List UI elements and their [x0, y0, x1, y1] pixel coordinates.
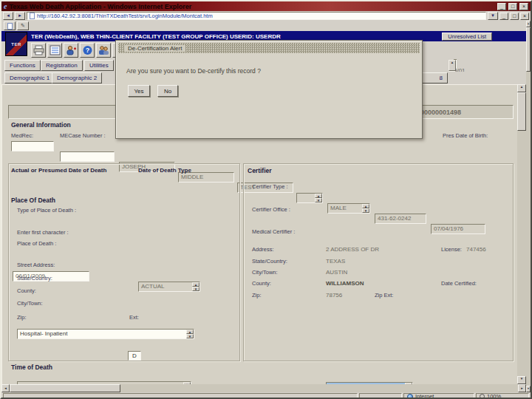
death-type-field[interactable]: ACTUAL ▲▼ — [138, 282, 200, 292]
place-zip-label: Zip: — [17, 314, 27, 321]
status-zone-pane: Internet — [403, 393, 474, 399]
tab-utilities[interactable]: Utilities — [84, 60, 114, 71]
address-dropdown-icon[interactable]: ▼ — [488, 12, 498, 20]
place-type-field[interactable]: Hospital- Inpatient ▲▼ — [17, 329, 194, 339]
outer-scroll-up-icon[interactable]: ▲ — [526, 21, 531, 27]
death-type-value: ACTUAL — [141, 283, 197, 290]
vertical-scrollbar[interactable]: ▲ ▼ — [517, 84, 526, 384]
scroll-thumb[interactable] — [517, 92, 526, 131]
certifier-county-label: County: — [252, 280, 271, 287]
spinner-down-icon[interactable]: ▼ — [186, 334, 194, 338]
certifier-city-label: City/Town: — [252, 269, 278, 276]
horizontal-scrollbar[interactable]: ◄ ► — [1, 384, 526, 392]
certifier-zip-label: Zip: — [252, 292, 262, 299]
certifier-license-label: License: — [441, 246, 462, 253]
certifier-county-value: WILLIAMSON — [326, 280, 364, 287]
place-name-label: Place of Death : — [17, 240, 56, 247]
mecase-field[interactable] — [60, 151, 115, 162]
address-input[interactable]: http://160.42.92.3:8081/ThinTXDeathTest/… — [27, 12, 486, 20]
death-date-heading: Actual or Presumed Date of Death — [11, 167, 106, 174]
back-icon[interactable]: ◄ — [3, 12, 13, 20]
status-bar: Internet 100% — [1, 392, 531, 399]
place-state-label: State/Country: — [17, 275, 52, 282]
dialog-message: Are you sure you want to De-certify this… — [126, 67, 261, 75]
place-of-death-heading: Place Of Death — [11, 197, 55, 204]
certifier-license-value: 747456 — [466, 246, 486, 253]
tab-demographic-2[interactable]: Demographic 2 — [52, 72, 102, 83]
records-icon[interactable] — [47, 43, 62, 58]
death-type-spinner[interactable]: ▲▼ — [192, 282, 200, 291]
date-certified-label: Date Certified: — [441, 280, 477, 287]
no-button[interactable]: No — [157, 85, 178, 97]
certifier-office-label: Certifier Office : — [252, 206, 290, 213]
page-icon — [30, 13, 35, 19]
maximize-button[interactable]: □ — [508, 3, 517, 10]
document-icon[interactable] — [4, 21, 16, 30]
app-logo: TER — [5, 32, 27, 56]
hscroll-thumb[interactable] — [10, 384, 120, 392]
zip-ext-label: Zip Ext: — [375, 292, 393, 299]
close-button[interactable]: × — [519, 3, 528, 10]
tab-registration[interactable]: Registration — [41, 60, 83, 71]
general-info-heading: General Information — [11, 121, 71, 129]
unresolved-list-button[interactable]: Unresolved List — [442, 33, 492, 41]
child-minimize-button[interactable]: _ — [499, 13, 508, 20]
scroll-left-icon[interactable]: ◄ — [1, 384, 10, 392]
certifier-zip-value: 78756 — [326, 292, 342, 299]
record-number: 000000001498 — [417, 109, 461, 116]
medrec-field[interactable] — [11, 141, 54, 151]
status-zone-text: Internet — [415, 393, 434, 399]
scroll-down-icon[interactable]: ▼ — [517, 376, 526, 384]
forward-icon[interactable]: ► — [15, 12, 25, 20]
spinner-down-icon[interactable]: ▼ — [192, 287, 200, 291]
print-icon[interactable] — [31, 43, 46, 58]
medrec-label: MedRec: — [11, 132, 33, 139]
svg-text:?: ? — [85, 47, 89, 54]
scroll-up-icon[interactable]: ▲ — [517, 84, 526, 92]
window-title: Texas Web Death Application - Windows In… — [9, 3, 495, 10]
yes-button[interactable]: Yes — [128, 85, 150, 97]
street-label: Street Address: — [17, 262, 55, 268]
magnifier-icon — [480, 394, 485, 399]
group-icon[interactable] — [96, 43, 111, 58]
child-restore-button[interactable]: □ — [510, 13, 519, 20]
app-header-text: TER (WebDeath), WEB THIN-CLIENT FACILITY… — [31, 33, 442, 40]
address-bar-row: ◄ ► http://160.42.92.3:8081/ThinTXDeathT… — [1, 11, 531, 21]
certifier-state-label: State/Country: — [252, 258, 287, 265]
outer-vertical-scrollbar[interactable]: ▲ ▼ — [526, 21, 531, 392]
browser-strip: ✎ — [1, 21, 531, 31]
title-bar[interactable]: e Texas Web Death Application - Windows … — [1, 1, 531, 11]
certifier-heading: Certifier — [248, 167, 272, 174]
ie-logo-icon: e — [4, 3, 7, 10]
spinner-up-icon[interactable]: ▲ — [454, 60, 456, 71]
place-city-label: City/Town: — [17, 300, 43, 307]
minimize-button[interactable]: _ — [497, 3, 506, 10]
certifier-city-value: AUSTIN — [326, 269, 347, 276]
help-icon[interactable]: ? — [80, 43, 95, 58]
browser-window: e Texas Web Death Application - Windows … — [0, 0, 532, 399]
dialog-title-bar[interactable]: De-Certification Alert — [118, 43, 420, 53]
outer-scroll-thumb[interactable] — [526, 27, 531, 72]
place-type-value: Hospital- Inpatient — [20, 330, 191, 337]
decertification-dialog: De-Certification Alert Are you sure you … — [115, 40, 423, 139]
death-type-heading: Date of Death Type — [138, 167, 191, 174]
mecase-label: MECase Number : — [60, 132, 106, 139]
dob-label: Pres Date of Birth: — [443, 132, 488, 139]
place-type-label: Type of Place of Death : — [17, 207, 76, 214]
certifier-type-label: Certifier Type : — [252, 183, 288, 190]
outer-scroll-down-icon[interactable]: ▼ — [526, 386, 531, 392]
tab-demographic-1[interactable]: Demographic 1 — [4, 72, 55, 83]
edit-glyph: ✎ — [21, 23, 25, 29]
first-char-label: Enter first character : — [17, 229, 69, 236]
status-zoom-text: 100% — [487, 393, 501, 399]
scroll-right-icon[interactable]: ► — [518, 384, 526, 392]
place-type-spinner[interactable]: ▲▼ — [186, 330, 194, 338]
edit-icon[interactable]: ✎ — [17, 21, 29, 30]
url-text: http://160.42.92.3:8081/ThinTXDeathTest/… — [37, 13, 213, 19]
add-person-icon[interactable] — [64, 43, 78, 58]
tab-functions[interactable]: Functions — [4, 60, 41, 71]
certifier-address-label: Address: — [252, 246, 274, 253]
child-close-button[interactable]: × — [520, 13, 529, 20]
status-zoom-pane[interactable]: 100% — [476, 393, 529, 399]
first-char-field[interactable]: D — [128, 351, 141, 361]
